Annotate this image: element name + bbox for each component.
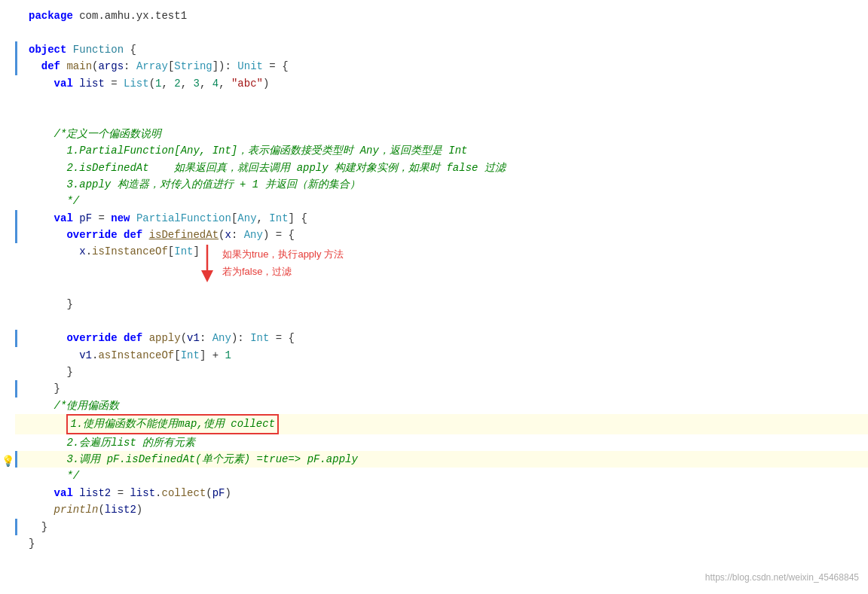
code-line-16: } [29,296,868,312]
line-27: val list2 = list.collect(pF) [15,485,868,501]
code-line-17 [29,313,868,330]
code-line-23: 1.使用偏函数不能使用map,使用 collect [29,414,868,434]
code-line-29: } [29,519,868,535]
code-line-18: override def apply(v1: Any): Int = { [29,330,868,346]
line-29: } [15,519,868,535]
line-30: } [15,535,868,552]
code-line-1: package com.amhu.yx.test1 [29,8,868,24]
code-line-26: */ [29,468,868,484]
highlighted-comment: 1.使用偏函数不能使用map,使用 collect [66,414,279,434]
code-line-22: /*使用偏函数 [29,398,868,414]
line-12: */ [15,193,868,209]
code-line-8: /*定义一个偏函数说明 [29,126,868,142]
watermark: https://blog.csdn.net/weixin_45468845 [705,571,859,585]
svg-marker-1 [201,270,213,282]
line-28: println(list2) [15,501,868,518]
code-line-3: object Function { [29,41,868,58]
code-line-14: override def isDefinedAt(x: Any) = { [29,227,868,243]
line-2 [15,24,868,41]
line-4: def main(args: Array[String]): Unit = { [15,58,868,75]
code-line-24: 2.会遍历list 的所有元素 [29,434,868,451]
code-line-28: println(list2) [29,501,868,518]
line-15: x.isInstanceOf[Int] 如果为true，执行apply 方法 若… [15,243,868,296]
line-5: val list = List(1, 2, 3, 4, "abc") [15,75,868,92]
line-6 [15,92,868,108]
code-line-7 [29,108,868,125]
code-line-5: val list = List(1, 2, 3, 4, "abc") [29,75,868,92]
line-3: object Function { [15,41,868,58]
line-25: 💡 3.调用 pF.isDefinedAt(单个元素) =true=> pF.a… [15,451,868,468]
line-22: /*使用偏函数 [15,398,868,414]
line-26: */ [15,468,868,484]
code-line-13: val pF = new PartialFunction[Any, Int] { [29,210,868,227]
annotation-text-1: 如果为true，执行apply 方法 [222,247,344,263]
line-11: 3.apply 构造器，对传入的值进行 + 1 并返回（新的集合） [15,176,868,193]
line-13: val pF = new PartialFunction[Any, Int] { [15,210,868,227]
line-1: package com.amhu.yx.test1 [15,8,868,24]
code-line-4: def main(args: Array[String]): Unit = { [29,58,868,75]
code-line-30: } [29,535,868,552]
arrow-down-icon [196,243,219,285]
annotation-text-2: 若为false，过滤 [222,264,292,280]
line-7 [15,108,868,125]
line-14: override def isDefinedAt(x: Any) = { [15,227,868,243]
code-line-2 [29,24,868,41]
code-line-10: 2.isDefinedAt 如果返回真，就回去调用 apply 构建对象实例，如… [29,160,868,176]
line-19: v1.asInstanceOf[Int] + 1 [15,347,868,364]
code-editor: package com.amhu.yx.test1 object Functio… [0,0,868,559]
line-24: 2.会遍历list 的所有元素 [15,434,868,451]
lightbulb-icon: 💡 [2,453,14,470]
code-line-9: 1.PartialFunction[Any, Int]，表示偏函数接受类型时 A… [29,142,868,159]
code-line-27: val list2 = list.collect(pF) [29,485,868,501]
line-9: 1.PartialFunction[Any, Int]，表示偏函数接受类型时 A… [15,142,868,159]
line-23: 1.使用偏函数不能使用map,使用 collect [15,414,868,434]
code-line-15: x.isInstanceOf[Int] [29,243,868,260]
line-10: 2.isDefinedAt 如果返回真，就回去调用 apply 构建对象实例，如… [15,160,868,176]
code-line-25: 3.调用 pF.isDefinedAt(单个元素) =true=> pF.app… [29,451,868,468]
code-line-11: 3.apply 构造器，对传入的值进行 + 1 并返回（新的集合） [29,176,868,193]
line-16: } [15,296,868,312]
code-line-19: v1.asInstanceOf[Int] + 1 [29,347,868,364]
annotation-area: 如果为true，执行apply 方法 若为false，过滤 [188,243,377,290]
code-line-20: } [29,364,868,380]
code-line-6 [29,92,868,108]
line-18: override def apply(v1: Any): Int = { [15,330,868,346]
line-8: /*定义一个偏函数说明 [15,126,868,142]
line-20: } [15,364,868,380]
code-line-12: */ [29,193,868,209]
code-line-21: } [29,380,868,397]
line-17 [15,313,868,330]
line-21: } [15,380,868,397]
